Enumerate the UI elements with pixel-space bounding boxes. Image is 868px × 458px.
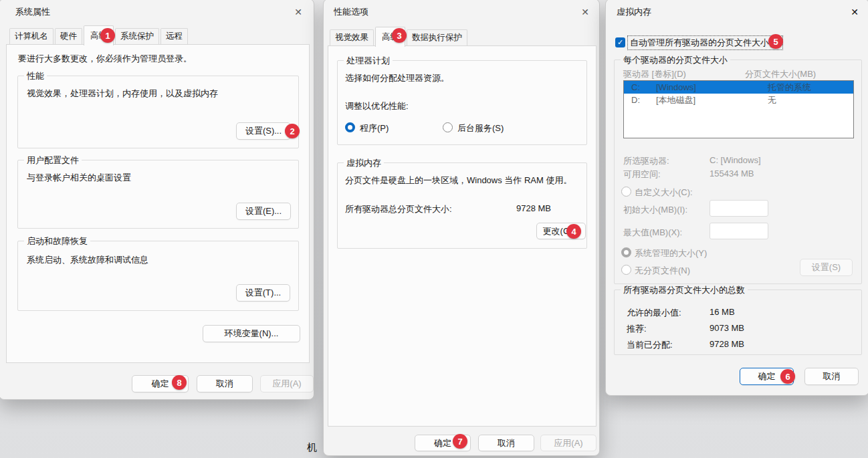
startup-settings-button[interactable]: 设置(T)... xyxy=(236,284,290,302)
annotation-badge-5: 5 xyxy=(768,34,783,49)
max-size-label: 最大值(MB)(X): xyxy=(623,227,682,239)
performance-desc: 视觉效果，处理器计划，内存使用，以及虚拟内存 xyxy=(27,88,218,100)
annotation-badge-3: 3 xyxy=(392,28,407,43)
admin-login-note: 要进行大多数更改，你必须作为管理员登录。 xyxy=(18,53,192,65)
cancel-button[interactable]: 取消 xyxy=(804,368,859,385)
tabstrip: 计算机名 硬件 高级 系统保护 远程 xyxy=(9,27,189,45)
allocated-value: 9728 MB xyxy=(710,339,744,349)
drive-letter: D: xyxy=(631,94,640,106)
performance-group: 性能 视觉效果，处理器计划，内存使用，以及虚拟内存 设置(S)... xyxy=(17,76,299,148)
annotation-badge-2: 2 xyxy=(285,124,300,138)
tab-remote[interactable]: 远程 xyxy=(160,28,188,45)
tab-dep[interactable]: 数据执行保护 xyxy=(407,29,467,46)
cancel-button[interactable]: 取消 xyxy=(478,435,534,451)
dialog-title: 性能选项 xyxy=(334,6,368,18)
annotation-badge-1: 1 xyxy=(100,28,115,43)
drive-volume: [Windows] xyxy=(656,81,696,94)
group-label: 所有驱动器分页文件大小的总数 xyxy=(621,284,748,296)
allocated-label: 当前已分配: xyxy=(627,339,673,351)
user-profiles-group: 用户配置文件 与登录帐户相关的桌面设置 设置(E)... xyxy=(17,160,299,229)
virtual-memory-group: 虚拟内存 分页文件是硬盘上的一块区域，Windows 当作 RAM 使用。 所有… xyxy=(337,162,587,249)
tab-system-protection[interactable]: 系统保护 xyxy=(115,28,159,45)
user-profiles-desc: 与登录帐户相关的桌面设置 xyxy=(27,172,131,184)
virtual-memory-dialog: 虚拟内存 ✕ ✓ 自动管理所有驱动器的分页文件大小(A) 每个驱动器的分页文件大… xyxy=(605,0,868,396)
free-space-label: 可用空间: xyxy=(623,168,661,181)
total-pagefile-label: 所有驱动器总分页文件大小: xyxy=(345,203,452,215)
set-button[interactable]: 设置(S) xyxy=(800,259,853,276)
totals-group: 所有驱动器分页文件大小的总数 允许的最小值: 16 MB 推荐: 9073 MB… xyxy=(614,290,862,355)
selected-drive-value: C: [Windows] xyxy=(710,155,761,165)
group-label: 用户配置文件 xyxy=(24,154,82,166)
annotation-badge-7: 7 xyxy=(453,434,467,449)
selected-drive-label: 所选驱动器: xyxy=(623,155,669,167)
performance-options-dialog: 性能选项 ✕ 视觉效果 高级 数据执行保护 处理器计划 选择如何分配处理器资源。… xyxy=(323,0,600,456)
adjust-label: 调整以优化性能: xyxy=(345,100,409,112)
total-pagefile-value: 9728 MB xyxy=(516,203,551,213)
apply-button[interactable]: 应用(A) xyxy=(260,375,314,392)
max-size-input[interactable] xyxy=(710,223,768,239)
size-column-header: 分页文件大小(MB) xyxy=(745,68,816,80)
performance-settings-button[interactable]: 设置(S)... xyxy=(236,122,291,140)
recommended-value: 9073 MB xyxy=(710,323,744,333)
drive-letter: C: xyxy=(631,81,640,94)
programs-radio-label: 程序(P) xyxy=(360,122,389,134)
drive-column-header: 驱动器 [卷标](D) xyxy=(623,68,686,80)
tab-visual-effects[interactable]: 视觉效果 xyxy=(330,29,374,46)
user-profiles-settings-button[interactable]: 设置(E)... xyxy=(236,203,291,220)
background-text-fragment: 机 xyxy=(307,441,317,454)
environment-variables-button[interactable]: 环境变量(N)... xyxy=(203,325,300,342)
annotation-badge-6: 6 xyxy=(780,369,795,384)
system-managed-radio-label: 系统管理的大小(Y) xyxy=(635,247,707,259)
close-icon[interactable]: ✕ xyxy=(576,5,594,19)
programs-radio[interactable] xyxy=(345,122,355,132)
system-properties-dialog: 系统属性 ✕ 计算机名 硬件 高级 系统保护 远程 要进行大多数更改，你必须作为… xyxy=(0,0,314,400)
close-icon[interactable]: ✕ xyxy=(846,5,863,19)
group-label: 处理器计划 xyxy=(344,55,393,67)
background-services-radio-label: 后台服务(S) xyxy=(457,122,504,134)
initial-size-input[interactable] xyxy=(710,200,768,217)
group-label: 启动和故障恢复 xyxy=(24,235,90,247)
drive-list[interactable]: C: [Windows] 托管的系统 D: [本地磁盘] 无 xyxy=(623,80,854,138)
no-pagefile-radio[interactable] xyxy=(621,265,631,275)
group-label: 性能 xyxy=(24,70,47,82)
pagefile-desc: 分页文件是硬盘上的一块区域，Windows 当作 RAM 使用。 xyxy=(345,175,572,187)
auto-manage-checkbox[interactable]: ✓ xyxy=(615,37,625,47)
recommended-label: 推荐: xyxy=(627,323,647,335)
tab-hardware[interactable]: 硬件 xyxy=(55,28,82,45)
min-allowed-label: 允许的最小值: xyxy=(627,307,681,319)
drive-pagefile-size: 托管的系统 xyxy=(768,81,811,94)
custom-size-radio-label: 自定义大小(C): xyxy=(635,187,693,199)
auto-manage-checkbox-label[interactable]: 自动管理所有驱动器的分页文件大小(A) xyxy=(628,36,782,49)
group-label: 每个驱动器的分页文件大小 xyxy=(621,54,730,66)
free-space-value: 155434 MB xyxy=(710,168,754,179)
tab-computer-name[interactable]: 计算机名 xyxy=(9,28,53,45)
drive-volume: [本地磁盘] xyxy=(656,94,695,106)
background-services-radio[interactable] xyxy=(443,122,453,132)
dialog-title: 系统属性 xyxy=(15,6,50,18)
drive-row-d[interactable]: D: [本地磁盘] 无 xyxy=(624,94,853,106)
custom-size-radio[interactable] xyxy=(621,187,631,197)
processor-scheduling-group: 处理器计划 选择如何分配处理器资源。 调整以优化性能: 程序(P) 后台服务(S… xyxy=(337,60,587,145)
dialog-title: 虚拟内存 xyxy=(617,6,651,18)
processor-desc: 选择如何分配处理器资源。 xyxy=(345,72,449,84)
min-allowed-value: 16 MB xyxy=(710,307,735,317)
per-drive-pagefile-group: 每个驱动器的分页文件大小 驱动器 [卷标](D) 分页文件大小(MB) C: [… xyxy=(614,60,862,284)
apply-button[interactable]: 应用(A) xyxy=(540,435,596,451)
group-label: 虚拟内存 xyxy=(344,157,384,169)
system-managed-radio[interactable] xyxy=(621,247,631,257)
startup-recovery-group: 启动和故障恢复 系统启动、系统故障和调试信息 设置(T)... xyxy=(17,241,299,311)
annotation-badge-4: 4 xyxy=(566,224,581,239)
drive-row-c[interactable]: C: [Windows] 托管的系统 xyxy=(624,81,853,94)
close-icon[interactable]: ✕ xyxy=(290,5,307,19)
no-pagefile-radio-label: 无分页文件(N) xyxy=(635,265,690,277)
cancel-button[interactable]: 取消 xyxy=(197,375,253,392)
drive-pagefile-size: 无 xyxy=(768,94,776,106)
startup-recovery-desc: 系统启动、系统故障和调试信息 xyxy=(27,254,148,266)
annotation-badge-8: 8 xyxy=(172,375,187,390)
initial-size-label: 初始大小(MB)(I): xyxy=(623,204,687,216)
